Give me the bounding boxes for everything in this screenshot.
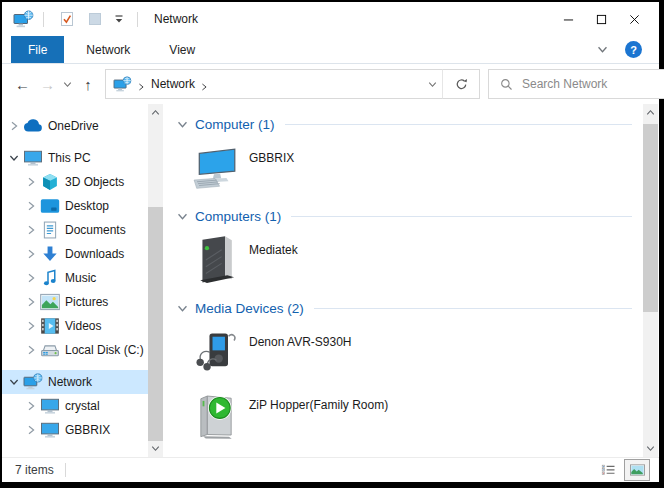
group-header-computers-1[interactable]: Computers (1) [177, 203, 659, 229]
chevron-right-icon[interactable] [24, 224, 37, 236]
breadcrumb-network-icon [113, 76, 132, 93]
search-input[interactable] [522, 77, 664, 91]
sidebar-item-documents[interactable]: Documents [2, 218, 148, 242]
chevron-right-icon[interactable] [24, 424, 37, 436]
scrollbar-thumb[interactable] [643, 124, 658, 312]
3d-objects-icon [40, 173, 60, 191]
scroll-down-icon[interactable] [148, 440, 163, 457]
divider [43, 12, 44, 27]
sidebar-item-label: Music [65, 271, 96, 285]
file-item-mediatek[interactable]: Mediatek [190, 232, 659, 290]
group-header-network-infrastructure-1[interactable]: Network Infrastructure (1) [177, 450, 659, 457]
scroll-up-icon[interactable] [643, 104, 658, 121]
sidebar-item-downloads[interactable]: Downloads [2, 242, 148, 266]
scrollbar-thumb[interactable] [148, 207, 163, 441]
ribbon-tabs: File Network View ? [2, 36, 659, 64]
item-label: GBBRIX [249, 151, 294, 165]
sidebar-item-onedrive[interactable]: OneDrive [2, 114, 148, 138]
maximize-button[interactable] [585, 7, 618, 31]
sidebar-item-label: 3D Objects [65, 175, 124, 189]
music-icon [40, 269, 60, 287]
videos-icon [40, 317, 60, 335]
sidebar-item-videos[interactable]: Videos [2, 314, 148, 338]
breadcrumb-item-network[interactable]: Network [151, 77, 195, 91]
chevron-right-icon[interactable] [137, 80, 146, 89]
file-list: Computer (1)GBBRIXComputers (1)MediatekM… [177, 111, 659, 457]
sidebar-item-crystal[interactable]: crystal [2, 394, 148, 418]
chevron-right-icon[interactable] [24, 200, 37, 212]
chevron-right-icon[interactable] [7, 120, 20, 132]
scroll-up-icon[interactable] [148, 104, 163, 121]
recent-locations-icon[interactable] [60, 80, 75, 89]
chevron-down-icon[interactable] [7, 152, 20, 164]
sidebar-scrollbar[interactable] [148, 104, 163, 457]
group-header-media-devices-2[interactable]: Media Devices (2) [177, 295, 659, 321]
customize-quick-access-icon[interactable] [112, 12, 125, 26]
file-item-denon-avr-s930h[interactable]: Denon AVR-S930H [190, 324, 659, 382]
tab-network[interactable]: Network [69, 36, 147, 63]
sidebar-item-label: Videos [65, 319, 101, 333]
item-count: 7 items [15, 463, 54, 477]
sidebar-item-this-pc[interactable]: This PC [2, 146, 148, 170]
address-dropdown-icon[interactable] [422, 80, 442, 89]
chevron-down-icon[interactable] [7, 376, 20, 388]
computer-large-icon [190, 140, 242, 196]
server-icon [190, 232, 242, 288]
sidebar-item-pictures[interactable]: Pictures [2, 290, 148, 314]
group-header-computer-1[interactable]: Computer (1) [177, 111, 659, 137]
media-box-icon [190, 387, 242, 443]
sidebar-item-music[interactable]: Music [2, 266, 148, 290]
chevron-right-icon[interactable] [24, 272, 37, 284]
close-button[interactable] [618, 7, 651, 31]
help-button[interactable]: ? [625, 41, 642, 58]
chevron-right-icon[interactable] [24, 344, 37, 356]
forward-button[interactable]: → [35, 76, 60, 93]
back-button[interactable]: ← [10, 76, 35, 93]
group-label: Computer (1) [195, 117, 275, 132]
navigation-pane: OneDriveThis PC3D ObjectsDesktopDocument… [2, 104, 163, 457]
onedrive-icon [23, 117, 43, 135]
thumbnail-view-icon[interactable] [624, 459, 650, 481]
title-bar: Network [2, 2, 659, 36]
sidebar-item-3d-objects[interactable]: 3D Objects [2, 170, 148, 194]
search-box [488, 69, 664, 99]
documents-icon [40, 221, 60, 239]
divider [65, 463, 66, 477]
sidebar-item-label: Downloads [65, 247, 124, 261]
scroll-down-icon[interactable] [643, 440, 658, 457]
ribbon-collapse-icon[interactable] [597, 44, 609, 56]
sidebar-item-gbbrix[interactable]: GBBRIX [2, 418, 148, 442]
details-view-icon[interactable] [595, 459, 621, 481]
files-pane: Computer (1)GBBRIXComputers (1)MediatekM… [163, 104, 659, 457]
tab-file[interactable]: File [11, 36, 64, 63]
tree-gap [2, 138, 163, 146]
breadcrumb[interactable]: Network [105, 69, 443, 99]
chevron-right-icon[interactable] [24, 248, 37, 260]
up-button[interactable]: ↑ [75, 76, 101, 93]
chevron-right-icon[interactable] [24, 176, 37, 188]
chevron-right-icon[interactable] [200, 80, 209, 89]
downloads-icon [40, 245, 60, 263]
main-scrollbar[interactable] [643, 104, 658, 457]
chevron-right-icon[interactable] [24, 400, 37, 412]
divider [137, 12, 138, 27]
properties-check-icon[interactable] [58, 10, 76, 28]
minimize-button[interactable] [552, 7, 585, 31]
sidebar-tree: OneDriveThis PC3D ObjectsDesktopDocument… [2, 104, 163, 442]
sidebar-item-network[interactable]: Network [2, 370, 148, 394]
chevron-down-icon [177, 211, 190, 222]
computer-icon [40, 421, 60, 439]
chevron-right-icon[interactable] [24, 320, 37, 332]
window-title: Network [154, 12, 198, 26]
tab-view[interactable]: View [152, 36, 212, 63]
file-item-gbbrix[interactable]: GBBRIX [190, 140, 659, 198]
group-label: Computers (1) [195, 209, 281, 224]
status-bar: 7 items [2, 457, 659, 482]
sidebar-item-label: crystal [65, 399, 100, 413]
sidebar-item-local-disk-c[interactable]: Local Disk (C:) [2, 338, 148, 362]
sidebar-item-label: Desktop [65, 199, 109, 213]
chevron-right-icon[interactable] [24, 296, 37, 308]
sidebar-item-desktop[interactable]: Desktop [2, 194, 148, 218]
refresh-button[interactable] [442, 69, 480, 99]
file-item-zip-hopper-family-room[interactable]: ZiP Hopper(Family Room) [190, 387, 659, 445]
